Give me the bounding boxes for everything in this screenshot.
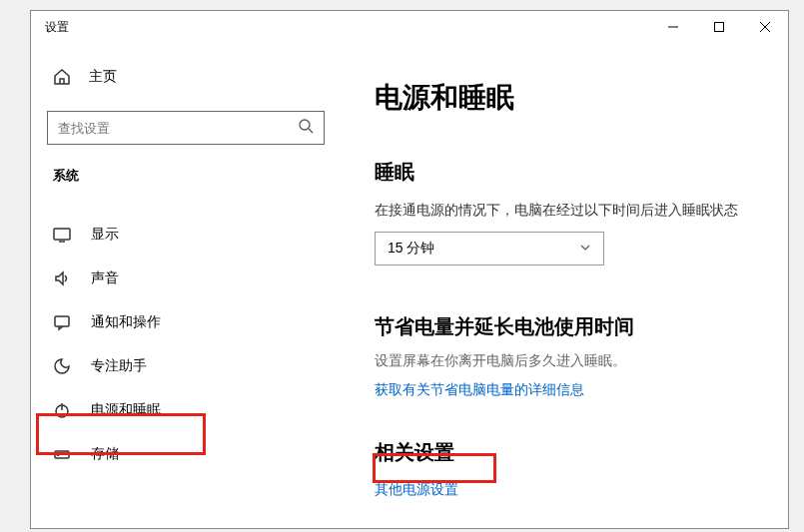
sidebar-item-label: 存储 (91, 445, 119, 463)
sidebar-item-sound[interactable]: 声音 (47, 257, 325, 300)
sleep-description: 在接通电源的情况下，电脑在经过以下时间后进入睡眠状态 (375, 202, 764, 220)
search-input[interactable] (58, 121, 298, 136)
sidebar-item-label: 显示 (91, 226, 119, 244)
section-label: 系统 (47, 167, 325, 185)
svg-rect-8 (55, 316, 69, 326)
battery-info-link[interactable]: 获取有关节省电脑电量的详细信息 (375, 381, 584, 399)
chevron-down-icon (579, 241, 591, 257)
svg-point-4 (300, 120, 310, 130)
search-box[interactable] (47, 111, 325, 145)
settings-window: 设置 主页 (30, 10, 789, 529)
other-power-settings-link[interactable]: 其他电源设置 (375, 481, 458, 499)
sidebar-item-label: 专注助手 (91, 357, 147, 375)
main-panel: 电源和睡眠 睡眠 在接通电源的情况下，电脑在经过以下时间后进入睡眠状态 15 分… (341, 43, 788, 528)
sidebar-item-notifications[interactable]: 通知和操作 (47, 300, 325, 344)
content-area: 主页 系统 显示 (31, 43, 788, 528)
related-section-title: 相关设置 (375, 439, 764, 466)
storage-icon (53, 445, 71, 463)
window-controls (650, 11, 788, 43)
home-button[interactable]: 主页 (47, 59, 325, 95)
sidebar-item-focus[interactable]: 专注助手 (47, 344, 325, 388)
display-icon (53, 226, 71, 244)
sidebar-item-label: 电源和睡眠 (91, 401, 161, 419)
battery-section-title: 节省电量并延长电池使用时间 (375, 313, 764, 340)
maximize-button[interactable] (696, 11, 742, 43)
svg-point-12 (57, 454, 59, 456)
svg-rect-6 (54, 229, 70, 240)
sidebar-item-power[interactable]: 电源和睡眠 (47, 388, 325, 432)
home-icon (53, 68, 71, 86)
minimize-button[interactable] (650, 11, 696, 43)
titlebar: 设置 (31, 11, 788, 43)
page-title: 电源和睡眠 (375, 79, 764, 117)
search-icon (298, 118, 314, 138)
sidebar-item-storage[interactable]: 存储 (47, 432, 325, 476)
sidebar-item-label: 声音 (91, 269, 119, 287)
window-title: 设置 (45, 19, 650, 36)
focus-icon (53, 357, 71, 375)
sleep-time-dropdown[interactable]: 15 分钟 (375, 232, 604, 266)
home-label: 主页 (89, 68, 117, 86)
sidebar-item-display[interactable]: 显示 (47, 213, 325, 257)
power-icon (53, 401, 71, 419)
sidebar: 主页 系统 显示 (31, 43, 341, 528)
sleep-section-title: 睡眠 (375, 159, 764, 186)
svg-line-5 (309, 129, 313, 133)
sidebar-item-label: 通知和操作 (91, 313, 161, 331)
dropdown-value: 15 分钟 (388, 240, 434, 258)
close-button[interactable] (742, 11, 788, 43)
battery-description: 设置屏幕在你离开电脑后多久进入睡眠。 (375, 352, 764, 370)
notifications-icon (53, 313, 71, 331)
svg-rect-1 (715, 23, 724, 32)
sound-icon (53, 269, 71, 287)
nav-list: 显示 声音 通知和操作 (47, 213, 325, 476)
